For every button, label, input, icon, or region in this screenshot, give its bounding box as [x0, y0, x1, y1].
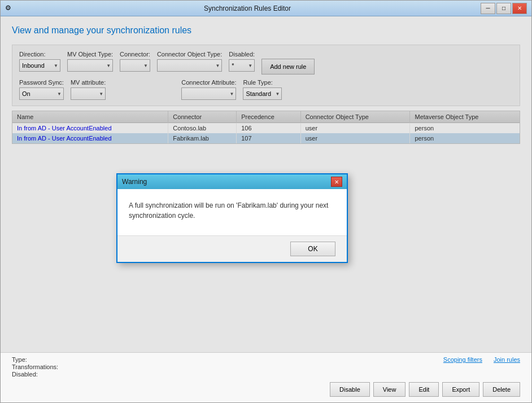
maximize-button[interactable]: □ [496, 3, 511, 14]
ok-button[interactable]: OK [290, 242, 335, 256]
content-area: View and manage your synchronization rul… [1, 16, 531, 352]
bottom-info-left: Type: Transformations: Disabled: [12, 356, 58, 378]
join-rules-link[interactable]: Join rules [494, 356, 520, 363]
dialog-body: A full synchronization will be run on 'F… [117, 189, 347, 235]
type-info: Type: [12, 356, 58, 363]
dialog-title: Warning [122, 178, 147, 186]
main-window: ⚙ Synchronization Rules Editor ─ □ ✕ Vie… [0, 0, 532, 403]
dialog-message: A full synchronization will be run on 'F… [129, 200, 335, 221]
disabled-info: Disabled: [12, 371, 58, 378]
minimize-button[interactable]: ─ [481, 3, 495, 14]
disable-button[interactable]: Disable [330, 382, 370, 397]
bottom-info: Type: Transformations: Disabled: Scoping… [12, 356, 520, 378]
close-button[interactable]: ✕ [512, 3, 527, 14]
window-controls: ─ □ ✕ [481, 3, 527, 14]
app-icon: ⚙ [5, 4, 14, 13]
action-buttons: Disable View Edit Export Delete [12, 380, 520, 399]
dialog-close-button[interactable]: ✕ [331, 177, 342, 187]
view-button[interactable]: View [373, 382, 406, 397]
dialog-overlay: Warning ✕ A full synchronization will be… [1, 16, 531, 352]
titlebar: ⚙ Synchronization Rules Editor ─ □ ✕ [1, 1, 531, 16]
dialog-footer: OK [117, 235, 347, 262]
export-button[interactable]: Export [442, 382, 479, 397]
warning-dialog: Warning ✕ A full synchronization will be… [116, 173, 348, 263]
transformations-info: Transformations: [12, 363, 58, 370]
window-title: Synchronization Rules Editor [14, 5, 481, 12]
delete-button[interactable]: Delete [483, 382, 520, 397]
scoping-filters-link[interactable]: Scoping filters [443, 356, 482, 363]
bottom-bar: Type: Transformations: Disabled: Scoping… [1, 352, 531, 402]
dialog-titlebar: Warning ✕ [117, 174, 347, 189]
edit-button[interactable]: Edit [409, 382, 439, 397]
